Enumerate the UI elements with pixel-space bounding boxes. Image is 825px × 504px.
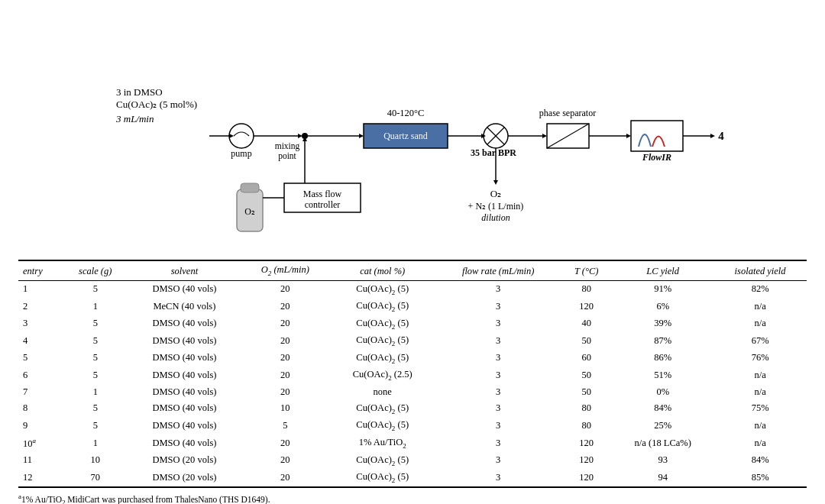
cell-scale: 10 — [63, 452, 128, 470]
table-row: 95DMSO (40 vols)5Cu(OAc)2 (5)38025%n/a — [18, 417, 807, 435]
pump-label: pump — [231, 148, 251, 159]
cell-flow: 3 — [435, 469, 561, 487]
cell-cat: Cu(OAc)2 (5) — [329, 280, 435, 298]
cell-solvent: DMSO (40 vols) — [128, 280, 241, 298]
cell-flow: 3 — [435, 400, 561, 418]
cell-o2: 20 — [241, 315, 329, 333]
cell-entry: 7 — [18, 384, 63, 400]
table-header-row: entry scale (g) solvent O2 (mL/min) cat … — [18, 260, 807, 280]
cell-o2: 20 — [241, 469, 329, 487]
flowir-peak-red — [652, 137, 665, 147]
cell-o2: 10 — [241, 400, 329, 418]
cell-cat: Cu(OAc)2 (5) — [329, 298, 435, 315]
cell-lc: 0% — [612, 384, 713, 400]
cell-entry: 3 — [18, 315, 63, 333]
col-entry: entry — [18, 260, 63, 280]
product-label: 4 — [718, 130, 724, 142]
cell-o2: 20 — [241, 435, 329, 452]
cell-o2: 20 — [241, 384, 329, 400]
table-row: 1110DMSO (20 vols)20Cu(OAc)2 (5)31209384… — [18, 452, 807, 470]
cell-iso: n/a — [713, 367, 807, 384]
table-row: 10a1DMSO (40 vols)201% Au/TiO23120n/a (1… — [18, 435, 807, 452]
col-iso: isolated yield — [713, 260, 807, 280]
cell-o2: 20 — [241, 298, 329, 315]
page-container: 3 in DMSO Cu(OAc)₂ (5 mol%) 3 mL/min pum… — [0, 0, 825, 504]
col-solvent: solvent — [128, 260, 241, 280]
cell-iso: n/a — [713, 417, 807, 435]
mixing-point-label2: point — [278, 151, 296, 161]
temperature-label: 40-120°C — [387, 108, 425, 118]
cell-solvent: DMSO (40 vols) — [128, 367, 241, 384]
mfc-label1: Mass flow — [303, 189, 342, 199]
cell-temp: 40 — [561, 315, 612, 333]
cell-solvent: DMSO (40 vols) — [128, 315, 241, 333]
cell-iso: 84% — [713, 452, 807, 470]
cell-temp: 80 — [561, 280, 612, 298]
cell-entry: 5 — [18, 350, 63, 367]
pump-arrow — [234, 132, 249, 136]
cell-scale: 70 — [63, 469, 128, 487]
cell-scale: 5 — [63, 350, 128, 367]
cell-cat: Cu(OAc)2 (5) — [329, 315, 435, 333]
col-lc: LC yield — [612, 260, 713, 280]
reagent-label-line2: Cu(OAc)₂ (5 mol%) — [116, 99, 197, 110]
cell-cat: Cu(OAc)2 (5) — [329, 332, 435, 350]
cell-flow: 3 — [435, 350, 561, 367]
cell-entry: 1 — [18, 280, 63, 298]
cell-scale: 5 — [63, 332, 128, 350]
cell-o2: 20 — [241, 452, 329, 470]
cell-scale: 5 — [63, 400, 128, 418]
cell-cat: none — [329, 384, 435, 400]
col-flow: flow rate (mL/min) — [435, 260, 561, 280]
table-row: 15DMSO (40 vols)20Cu(OAc)2 (5)38091%82% — [18, 280, 807, 298]
cell-solvent: DMSO (20 vols) — [128, 452, 241, 470]
cell-solvent: MeCN (40 vols) — [128, 298, 241, 315]
cell-entry: 2 — [18, 298, 63, 315]
cell-cat: Cu(OAc)2 (5) — [329, 417, 435, 435]
cell-o2: 20 — [241, 350, 329, 367]
cell-entry: 12 — [18, 469, 63, 487]
flow-diagram: 3 in DMSO Cu(OAc)₂ (5 mol%) 3 mL/min pum… — [18, 23, 807, 252]
reagent-label-line1: 3 in DMSO — [116, 86, 163, 98]
cell-entry: 11 — [18, 452, 63, 470]
cell-entry: 8 — [18, 400, 63, 418]
arrow-into-pump — [229, 134, 234, 138]
cell-entry: 10a — [18, 435, 63, 452]
cell-lc: 84% — [612, 400, 713, 418]
reactor-label: Quartz sand — [383, 131, 428, 141]
cell-lc: 86% — [612, 350, 713, 367]
cell-lc: 93 — [612, 452, 713, 470]
o2-label-details1: + N₂ (1 L/min) — [468, 201, 524, 212]
cell-flow: 3 — [435, 298, 561, 315]
cell-solvent: DMSO (40 vols) — [128, 350, 241, 367]
cell-o2: 20 — [241, 280, 329, 298]
cell-lc: 25% — [612, 417, 713, 435]
cell-entry: 4 — [18, 332, 63, 350]
cell-temp: 120 — [561, 452, 612, 470]
cell-solvent: DMSO (40 vols) — [128, 400, 241, 418]
table-row: 55DMSO (40 vols)20Cu(OAc)2 (5)36086%76% — [18, 350, 807, 367]
cell-temp: 50 — [561, 367, 612, 384]
cell-flow: 3 — [435, 332, 561, 350]
table-row: 65DMSO (40 vols)20Cu(OAc)2 (2.5)35051%n/… — [18, 367, 807, 384]
cell-lc: 39% — [612, 315, 713, 333]
table-row: 85DMSO (40 vols)10Cu(OAc)2 (5)38084%75% — [18, 400, 807, 418]
o2-label-details2: dilution — [481, 212, 510, 223]
o2-cylinder-label: O₂ — [244, 206, 255, 217]
cell-iso: n/a — [713, 298, 807, 315]
cell-entry: 9 — [18, 417, 63, 435]
flowir-label: FlowIR — [642, 152, 671, 163]
cell-flow: 3 — [435, 435, 561, 452]
cell-scale: 1 — [63, 384, 128, 400]
col-scale: scale (g) — [63, 260, 128, 280]
cell-lc: 87% — [612, 332, 713, 350]
cell-cat: Cu(OAc)2 (5) — [329, 469, 435, 487]
cell-lc: n/a (18 LCa%) — [612, 435, 713, 452]
phase-sep-label: phase separator — [539, 108, 596, 118]
col-o2: O2 (mL/min) — [241, 260, 329, 280]
flow-rate-label: 3 mL/min — [115, 113, 154, 124]
cell-iso: 67% — [713, 332, 807, 350]
cell-lc: 6% — [612, 298, 713, 315]
cell-scale: 5 — [63, 417, 128, 435]
cell-iso: n/a — [713, 435, 807, 452]
